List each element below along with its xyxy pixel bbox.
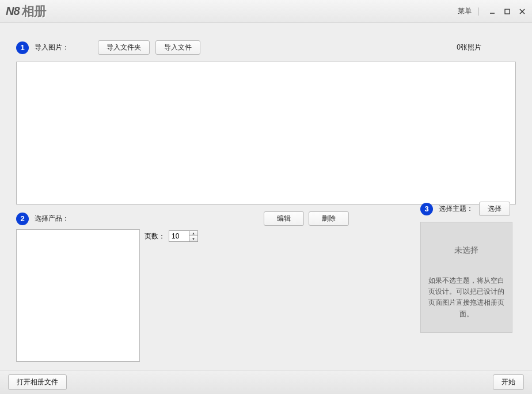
step3-badge: 3 bbox=[420, 203, 433, 215]
product-list[interactable] bbox=[16, 229, 140, 362]
select-theme-button[interactable]: 选择 bbox=[479, 202, 510, 216]
edit-button[interactable]: 编辑 bbox=[264, 211, 304, 226]
window-controls bbox=[486, 6, 529, 17]
close-button[interactable] bbox=[516, 6, 529, 17]
spinner-down-icon[interactable]: ▼ bbox=[189, 236, 197, 241]
minimize-button[interactable] bbox=[486, 6, 499, 17]
pages-row: 页数： ▲ ▼ bbox=[145, 230, 198, 242]
step2-badge: 2 bbox=[16, 213, 29, 225]
maximize-button[interactable] bbox=[501, 6, 514, 17]
pages-label: 页数： bbox=[145, 232, 165, 241]
open-album-button[interactable]: 打开相册文件 bbox=[8, 374, 67, 390]
import-drop-area[interactable] bbox=[16, 62, 516, 204]
logo-prefix: N8 bbox=[6, 5, 20, 18]
svg-rect-1 bbox=[505, 9, 510, 14]
pages-input[interactable] bbox=[169, 231, 189, 241]
divider bbox=[478, 7, 479, 16]
step2-label: 选择产品： bbox=[35, 214, 69, 223]
start-button[interactable]: 开始 bbox=[493, 374, 524, 390]
photo-count: 0张照片 bbox=[457, 43, 481, 52]
app-logo: N8 相册 bbox=[6, 3, 46, 20]
import-file-button[interactable]: 导入文件 bbox=[155, 40, 200, 55]
delete-button[interactable]: 删除 bbox=[309, 211, 349, 226]
logo-text: 相册 bbox=[22, 3, 46, 20]
spinner-up-icon[interactable]: ▲ bbox=[189, 231, 197, 236]
theme-help-text: 如果不选主题，将从空白页设计。可以把已设计的页面图片直接拖进相册页面。 bbox=[428, 275, 505, 320]
step1-label: 导入图片： bbox=[35, 43, 69, 52]
menu-button[interactable]: 菜单 bbox=[453, 4, 476, 18]
theme-status: 未选择 bbox=[428, 245, 505, 256]
pages-spinner[interactable]: ▲ ▼ bbox=[169, 230, 198, 242]
import-folder-button[interactable]: 导入文件夹 bbox=[98, 40, 150, 55]
step3-column: 3 选择主题： 选择 未选择 如果不选主题，将从空白页设计。可以把已设计的页面图… bbox=[420, 202, 512, 333]
step1-row: 1 导入图片： 导入文件夹 导入文件 0张照片 bbox=[16, 40, 516, 55]
step1-badge: 1 bbox=[16, 41, 29, 54]
theme-preview-box: 未选择 如果不选主题，将从空白页设计。可以把已设计的页面图片直接拖进相册页面。 bbox=[420, 222, 512, 333]
step3-header: 3 选择主题： 选择 bbox=[420, 202, 512, 216]
step3-label: 选择主题： bbox=[439, 204, 473, 214]
footer-bar: 打开相册文件 开始 bbox=[0, 370, 532, 394]
titlebar: N8 相册 菜单 bbox=[0, 0, 532, 23]
main-content: 1 导入图片： 导入文件夹 导入文件 0张照片 2 选择产品： 编辑 删除 页数… bbox=[0, 23, 532, 370]
